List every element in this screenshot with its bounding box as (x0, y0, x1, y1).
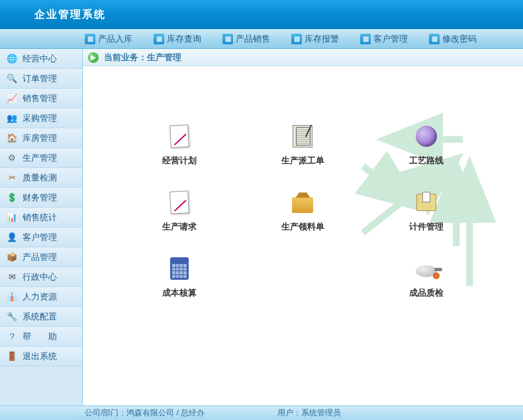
status-company: 公司/部门：鸿森有限公司 / 总经办 (85, 407, 205, 419)
sidebar-item-3[interactable]: 👥采购管理 (0, 108, 82, 128)
calc-icon (167, 257, 191, 280)
sidebar-icon: ✂ (7, 173, 17, 183)
status-user: 用户：系统管理员 (277, 407, 341, 419)
box-icon (291, 190, 314, 214)
app-header: 企业管理系统 (0, 0, 523, 29)
sidebar-item-15[interactable]: 🚪退出系统 (0, 347, 82, 366)
toolbar-label: 修改密码 (442, 33, 477, 45)
workspace: 经营计划生产派工单工艺路线生产请求生产领料单计件管理成本核算成品质检 (83, 66, 523, 405)
breadcrumb: ▶ 当前业务：生产管理 (83, 49, 523, 66)
form-icon (291, 124, 314, 148)
module-5[interactable]: 计件管理 (365, 179, 489, 245)
module-0[interactable]: 经营计划 (118, 112, 242, 179)
sidebar-item-11[interactable]: ✉行政中心 (0, 267, 82, 287)
sidebar-icon: 📊 (7, 212, 17, 223)
module-label: 生产派工单 (281, 155, 324, 167)
pan-icon (414, 257, 438, 280)
sidebar-icon: 📈 (7, 93, 17, 104)
eclipse-icon (414, 124, 438, 148)
toolbar-item-2[interactable]: ▦产品销售 (222, 33, 270, 45)
module-label: 成品质检 (409, 287, 444, 299)
breadcrumb-icon: ▶ (88, 52, 99, 63)
sidebar-label: 库房管理 (23, 132, 57, 144)
sidebar-item-0[interactable]: 🌐经营中心 (0, 49, 82, 69)
sidebar-item-8[interactable]: 📊销售统计 (0, 208, 82, 228)
sidebar-item-5[interactable]: ⚙生产管理 (0, 148, 82, 168)
sidebar-item-2[interactable]: 📈销售管理 (0, 89, 82, 108)
sidebar-label: 财务管理 (23, 192, 57, 204)
notepad-icon (167, 190, 191, 214)
sidebar-icon: 💲 (7, 192, 17, 203)
module-1[interactable]: 生产派工单 (241, 112, 365, 179)
sidebar-label: 质量检测 (23, 172, 57, 184)
toolbar-icon: ▦ (291, 34, 302, 44)
sidebar-item-12[interactable]: 👔人力资源 (0, 287, 82, 307)
sidebar-label: 经营中心 (23, 53, 57, 65)
sidebar-label: 生产管理 (23, 152, 57, 164)
module-8[interactable]: 成品质检 (365, 245, 489, 311)
module-3[interactable]: 生产请求 (118, 179, 242, 245)
toolbar-label: 库存报警 (305, 33, 339, 45)
module-label: 工艺路线 (409, 155, 444, 167)
breadcrumb-text: 当前业务：生产管理 (104, 52, 181, 63)
module-label: 成本核算 (162, 287, 197, 299)
toolbar-icon: ▦ (85, 34, 95, 44)
sidebar-item-1[interactable]: 🔍订单管理 (0, 69, 82, 89)
toolbar-label: 客户管理 (373, 33, 408, 45)
sidebar-item-7[interactable]: 💲财务管理 (0, 188, 82, 208)
toolbar-icon: ▦ (429, 34, 440, 44)
sidebar-icon: 👔 (7, 292, 17, 302)
toolbar-item-3[interactable]: ▦库存报警 (291, 33, 339, 45)
toolbar-icon: ▦ (222, 34, 233, 44)
toolbar-item-4[interactable]: ▦客户管理 (360, 33, 408, 45)
toolbar-icon: ▦ (154, 34, 164, 44)
sidebar-item-10[interactable]: 📦产品管理 (0, 247, 82, 267)
top-toolbar: ▦产品入库▦库存查询▦产品销售▦库存报警▦客户管理▦修改密码 (0, 29, 523, 49)
sidebar-icon: 🌐 (7, 54, 17, 64)
sidebar-label: 行政中心 (23, 271, 57, 283)
sidebar-label: 客户管理 (23, 231, 57, 243)
sidebar-label: 退出系统 (23, 351, 57, 362)
status-bar: 公司/部门：鸿森有限公司 / 总经办 用户：系统管理员 (0, 405, 523, 420)
toolbar-item-5[interactable]: ▦修改密码 (429, 33, 477, 45)
sidebar-icon: 🏠 (7, 133, 17, 144)
module-label: 计件管理 (409, 221, 444, 233)
toolbar-icon: ▦ (360, 34, 371, 44)
sidebar-label: 帮 助 (23, 331, 57, 343)
module-grid: 经营计划生产派工单工艺路线生产请求生产领料单计件管理成本核算成品质检 (118, 112, 489, 311)
sidebar-icon: 🔍 (7, 73, 17, 84)
sidebar-item-13[interactable]: 🔧系统配置 (0, 307, 82, 327)
module-6[interactable]: 成本核算 (118, 245, 242, 311)
sidebar-icon: ? (7, 331, 17, 342)
sidebar-item-9[interactable]: 👤客户管理 (0, 228, 82, 247)
toolbar-label: 产品入库 (98, 33, 132, 45)
sidebar-nav: 🌐经营中心🔍订单管理📈销售管理👥采购管理🏠库房管理⚙生产管理✂质量检测💲财务管理… (0, 49, 83, 405)
notepad-icon (167, 124, 191, 148)
module-label: 生产领料单 (281, 221, 324, 233)
module-label: 生产请求 (162, 221, 197, 233)
sidebar-icon: 👥 (7, 113, 17, 124)
sidebar-icon: 🔧 (7, 312, 17, 322)
sidebar-icon: ⚙ (7, 153, 17, 163)
module-4[interactable]: 生产领料单 (241, 179, 365, 245)
sidebar-item-4[interactable]: 🏠库房管理 (0, 128, 82, 148)
sidebar-label: 人力资源 (23, 291, 57, 303)
sidebar-item-14[interactable]: ?帮 助 (0, 327, 82, 347)
sidebar-label: 销售管理 (23, 93, 57, 105)
sidebar-label: 订单管理 (23, 73, 57, 85)
sidebar-label: 系统配置 (23, 311, 57, 323)
toolbar-item-1[interactable]: ▦库存查询 (154, 33, 201, 45)
module-2[interactable]: 工艺路线 (365, 112, 489, 179)
sidebar-label: 产品管理 (23, 251, 57, 263)
sidebar-icon: 🚪 (7, 351, 17, 362)
sidebar-item-6[interactable]: ✂质量检测 (0, 168, 82, 188)
breadcrumb-current: 生产管理 (147, 52, 181, 62)
toolbar-item-0[interactable]: ▦产品入库 (85, 33, 132, 45)
sidebar-icon: 📦 (7, 252, 17, 263)
breadcrumb-prefix: 当前业务： (104, 52, 147, 62)
sidebar-icon: 👤 (7, 232, 17, 243)
sidebar-label: 销售统计 (23, 212, 57, 224)
sidebar-label: 采购管理 (23, 112, 57, 124)
toolbar-label: 库存查询 (167, 33, 201, 45)
sidebar-icon: ✉ (7, 272, 17, 282)
